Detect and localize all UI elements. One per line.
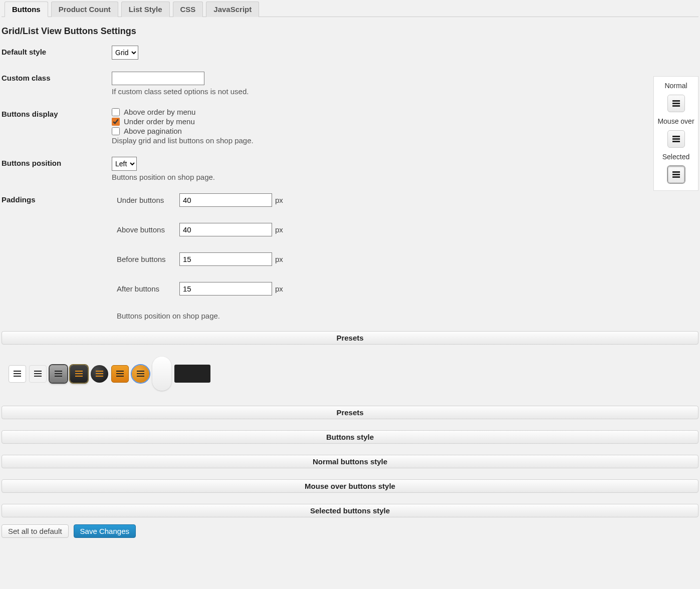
checkbox-above-pagination[interactable]: [112, 127, 120, 135]
pad-before-unit: px: [275, 255, 283, 263]
pad-before-label: Before buttons: [117, 255, 179, 263]
accordion-buttons-style[interactable]: Buttons style: [2, 430, 698, 444]
buttons-display-desc: Display grid and list buttons on shop pa…: [112, 136, 698, 145]
pad-under-label: Under buttons: [117, 196, 179, 204]
default-style-label: Default style: [2, 46, 112, 56]
menu-icon: [672, 174, 680, 175]
preview-mouseover-button[interactable]: [667, 130, 685, 148]
checkbox-above-order[interactable]: [112, 108, 120, 116]
buttons-position-desc: Buttons position on shop page.: [112, 173, 698, 181]
menu-icon: [672, 103, 680, 104]
accordion-mouseover-style[interactable]: Mouse over buttons style: [2, 479, 698, 493]
tab-css[interactable]: CSS: [173, 2, 203, 17]
pad-after-input[interactable]: [179, 282, 272, 296]
accordion-presets-1[interactable]: Presets: [2, 331, 698, 345]
buttons-position-label: Buttons position: [2, 157, 112, 167]
save-button[interactable]: Save Changes: [74, 524, 136, 538]
default-style-select[interactable]: Grid: [112, 46, 138, 60]
preset-swatch-9[interactable]: [174, 365, 210, 383]
tab-list-style[interactable]: List Style: [121, 2, 170, 17]
preset-swatch-row: [2, 345, 698, 406]
custom-class-input[interactable]: [112, 72, 204, 85]
pad-before-input[interactable]: [179, 252, 272, 266]
pad-under-input[interactable]: [179, 193, 272, 207]
tabs-bar: Buttons Product Count List Style CSS Jav…: [2, 2, 698, 17]
preview-normal-button[interactable]: [667, 95, 685, 112]
preset-swatch-7[interactable]: [132, 365, 149, 383]
preset-swatch-8[interactable]: [152, 357, 171, 391]
pad-above-input[interactable]: [179, 223, 272, 236]
buttons-position-select[interactable]: Left: [112, 157, 137, 171]
custom-class-label: Custom class: [2, 72, 112, 82]
accordion-selected-style[interactable]: Selected buttons style: [2, 504, 698, 517]
style-preview-panel: Normal Mouse over Selected: [653, 76, 698, 191]
paddings-label: Paddings: [2, 193, 112, 204]
tab-buttons[interactable]: Buttons: [5, 2, 48, 17]
preset-swatch-1[interactable]: [9, 365, 26, 383]
preset-swatch-4[interactable]: [70, 365, 88, 383]
preview-selected-button[interactable]: [667, 166, 685, 183]
reset-button[interactable]: Set all to default: [2, 524, 69, 538]
accordion-normal-style[interactable]: Normal buttons style: [2, 455, 698, 468]
pad-after-label: After buttons: [117, 284, 179, 293]
pad-under-unit: px: [275, 196, 283, 204]
pad-after-unit: px: [275, 284, 283, 293]
checkbox-under-order[interactable]: [112, 118, 120, 126]
preset-swatch-3[interactable]: [50, 365, 67, 383]
accordion-presets-2[interactable]: Presets: [2, 406, 698, 419]
preview-selected-label: Selected: [662, 153, 689, 161]
tab-javascript[interactable]: JavaScript: [206, 2, 259, 17]
checkbox-above-pagination-label: Above pagination: [124, 127, 182, 135]
buttons-display-label: Buttons display: [2, 108, 112, 118]
paddings-desc: Buttons position on shop page.: [117, 312, 698, 320]
tab-product-count[interactable]: Product Count: [51, 2, 118, 17]
section-title: Grid/List View Buttons Settings: [2, 26, 698, 37]
preset-swatch-2[interactable]: [29, 365, 47, 383]
preview-normal-label: Normal: [664, 82, 687, 90]
pad-above-unit: px: [275, 225, 283, 234]
pad-above-label: Above buttons: [117, 225, 179, 234]
checkbox-under-order-label: Under order by menu: [124, 117, 195, 126]
preset-swatch-6[interactable]: [111, 365, 129, 383]
menu-icon: [672, 138, 680, 139]
custom-class-desc: If custom class seted options is not use…: [112, 87, 698, 96]
preview-mouseover-label: Mouse over: [657, 117, 694, 125]
preset-swatch-5[interactable]: [91, 365, 108, 383]
checkbox-above-order-label: Above order by menu: [124, 108, 195, 116]
